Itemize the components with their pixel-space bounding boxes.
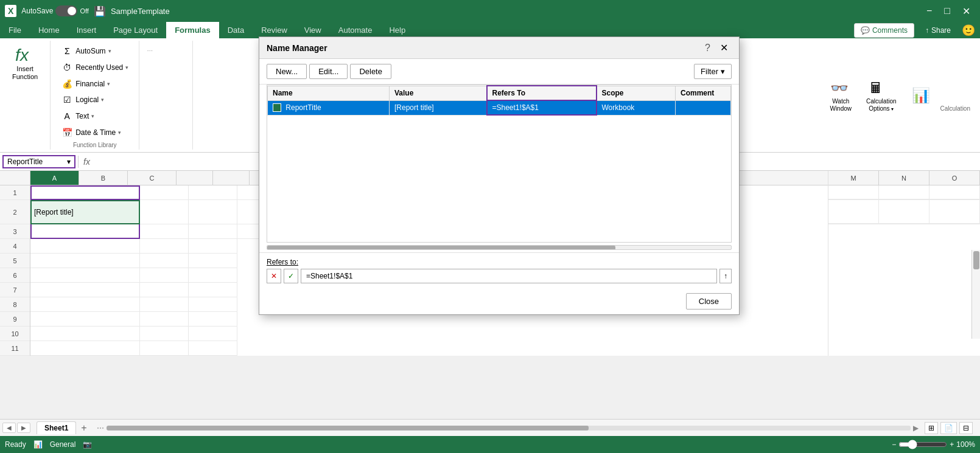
vertical-scrollbar[interactable] [971, 250, 980, 339]
cell-B1[interactable] [140, 185, 189, 200]
delete-button[interactable]: Delete [350, 64, 391, 79]
page-layout-view-button[interactable]: 📄 [940, 422, 957, 434]
refers-to-expand-button[interactable]: ↑ [719, 269, 732, 283]
cell-B4[interactable] [140, 239, 189, 254]
cell-C7[interactable] [189, 283, 237, 297]
right-cell-M2[interactable] [828, 200, 879, 224]
col-header-C[interactable]: C [128, 171, 177, 185]
cell-B8[interactable] [140, 297, 189, 312]
logical-button[interactable]: ☑ Logical ▾ [58, 92, 124, 108]
cell-A3[interactable] [30, 224, 140, 239]
normal-view-button[interactable]: ⊞ [925, 422, 938, 434]
add-sheet-button[interactable]: + [77, 421, 90, 435]
tab-file[interactable]: File [0, 22, 30, 38]
text-button[interactable]: A Text ▾ [58, 108, 124, 124]
cell-C2[interactable] [189, 200, 237, 224]
table-row[interactable]: ReportTitle [Report title] =Sheet1!$A$1 … [268, 100, 731, 115]
col-header-B[interactable]: B [79, 171, 128, 185]
refers-to-cancel-button[interactable]: ✕ [267, 269, 281, 283]
page-break-view-button[interactable]: ⊟ [959, 422, 973, 434]
refers-to-input[interactable] [301, 269, 717, 283]
right-cell-O2[interactable] [929, 200, 980, 224]
cell-A1[interactable] [30, 185, 140, 200]
cell-A11[interactable] [30, 341, 140, 356]
calc-now-button[interactable]: 📊 [906, 83, 936, 108]
col-header-A[interactable]: A [30, 171, 79, 185]
name-box[interactable]: ReportTitle ▾ [2, 155, 75, 168]
right-col-N[interactable]: N [879, 171, 929, 185]
cell-A9[interactable] [30, 312, 140, 327]
recently-used-button[interactable]: ⏱ Recently Used ▾ [58, 60, 131, 75]
autosave-control[interactable]: AutoSave Off [21, 5, 89, 16]
insert-function-button[interactable]: fx InsertFunction [7, 43, 43, 83]
calculation-options-button[interactable]: 🖩 CalculationOptions ▾ [861, 76, 901, 115]
right-col-M[interactable]: M [828, 171, 879, 185]
tab-help[interactable]: Help [380, 22, 414, 38]
cell-A4[interactable] [30, 239, 140, 254]
dialog-scrollbar[interactable] [267, 245, 732, 250]
col-header-D[interactable] [177, 171, 213, 185]
nav-right-button[interactable]: ▶ [17, 423, 30, 433]
right-cell-O1[interactable] [929, 185, 980, 199]
share-button[interactable]: ↑ Share [918, 23, 958, 38]
h-scroll-arrow-right[interactable]: ▶ [913, 424, 919, 432]
cell-C6[interactable] [189, 268, 237, 283]
maximize-button[interactable]: □ [939, 3, 955, 19]
col-header-E[interactable] [213, 171, 250, 185]
right-cell-N2[interactable] [879, 200, 929, 224]
h-scroll-thumb[interactable] [107, 426, 589, 431]
new-button[interactable]: New... [267, 64, 307, 79]
cell-C8[interactable] [189, 297, 237, 312]
cell-C3[interactable] [189, 224, 237, 239]
autosave-toggle[interactable] [55, 5, 77, 16]
tab-data[interactable]: Data [219, 22, 253, 38]
tab-formulas[interactable]: Formulas [166, 22, 219, 38]
horizontal-scrollbar[interactable] [107, 426, 911, 431]
zoom-slider[interactable] [898, 440, 947, 449]
autosum-button[interactable]: Σ AutoSum ▾ [58, 43, 131, 59]
cell-A8[interactable] [30, 297, 140, 312]
cell-C5[interactable] [189, 254, 237, 268]
dialog-scroll-thumb[interactable] [267, 246, 615, 250]
cell-C1[interactable] [189, 185, 237, 200]
right-cell-N1[interactable] [879, 185, 929, 199]
zoom-control[interactable]: − + 100% [892, 440, 975, 449]
close-button[interactable]: ✕ [957, 3, 975, 19]
minimize-button[interactable]: − [922, 3, 937, 19]
save-icon[interactable]: 💾 [94, 5, 106, 17]
refers-to-confirm-button[interactable]: ✓ [284, 269, 298, 283]
cell-B7[interactable] [140, 283, 189, 297]
cell-C4[interactable] [189, 239, 237, 254]
zoom-out-icon[interactable]: − [892, 440, 896, 449]
cell-A5[interactable] [30, 254, 140, 268]
cell-A6[interactable] [30, 268, 140, 283]
filter-button[interactable]: Filter ▾ [694, 64, 732, 79]
watch-window-button[interactable]: 👓 WatchWindow [825, 76, 856, 115]
tab-automate[interactable]: Automate [330, 22, 381, 38]
tab-page-layout[interactable]: Page Layout [105, 22, 166, 38]
cell-B3[interactable] [140, 224, 189, 239]
cell-A2[interactable]: [Report title] [30, 200, 140, 224]
sheet-tab-1[interactable]: Sheet1 [37, 421, 76, 434]
cell-B5[interactable] [140, 254, 189, 268]
tab-insert[interactable]: Insert [68, 22, 105, 38]
cell-C10[interactable] [189, 327, 237, 341]
cell-A10[interactable] [30, 327, 140, 341]
cell-B10[interactable] [140, 327, 189, 341]
nav-left-button[interactable]: ◀ [2, 423, 16, 433]
date-time-button[interactable]: 📅 Date & Time ▾ [58, 125, 124, 140]
cell-B11[interactable] [140, 341, 189, 356]
dialog-close-button[interactable]: ✕ [716, 41, 732, 55]
cell-B6[interactable] [140, 268, 189, 283]
cell-B2[interactable] [140, 200, 189, 224]
scrollbar-thumb-vertical[interactable] [973, 251, 979, 269]
cell-A7[interactable] [30, 283, 140, 297]
cell-C9[interactable] [189, 312, 237, 327]
cell-C11[interactable] [189, 341, 237, 356]
zoom-in-icon[interactable]: + [950, 440, 954, 449]
cell-B9[interactable] [140, 312, 189, 327]
dialog-help-button[interactable]: ? [701, 41, 714, 55]
right-cell-M1[interactable] [828, 185, 879, 199]
edit-button[interactable]: Edit... [309, 64, 348, 79]
right-col-O[interactable]: O [929, 171, 980, 185]
